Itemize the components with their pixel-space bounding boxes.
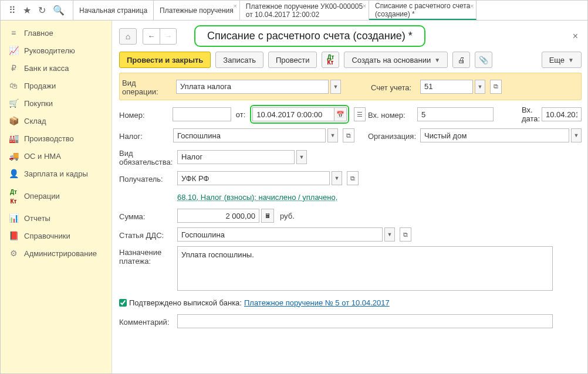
post-and-close-button[interactable]: Провести и закрыть xyxy=(119,52,211,68)
in-date-input[interactable] xyxy=(542,107,582,121)
sidebar-item-sales[interactable]: 🛍Продажи xyxy=(1,77,111,94)
dropdown-icon[interactable]: ▼ xyxy=(327,128,338,142)
dropdown-icon[interactable]: ▼ xyxy=(571,128,582,142)
close-page-button[interactable]: × xyxy=(569,31,582,42)
close-icon[interactable]: × xyxy=(470,2,474,9)
open-icon[interactable]: ⧉ xyxy=(343,128,354,142)
sidebar-item-admin[interactable]: ⚙Администрирование xyxy=(1,244,111,262)
open-icon[interactable]: ⧉ xyxy=(490,80,502,94)
tab-home[interactable]: Начальная страница xyxy=(73,1,154,20)
sidebar-item-production[interactable]: 🏭Производство xyxy=(1,130,111,147)
sidebar-item-bank[interactable]: ₽Банк и касса xyxy=(1,59,111,77)
ruble-icon: ₽ xyxy=(9,63,18,73)
in-number-input[interactable] xyxy=(417,107,494,121)
org-field[interactable]: Чистый дом xyxy=(420,128,569,142)
op-type-field[interactable]: Уплата налога xyxy=(176,80,329,94)
org-label: Организация: xyxy=(368,130,418,141)
sidebar-item-purchases[interactable]: 🛒Покупки xyxy=(1,94,111,112)
confirm-link[interactable]: Платежное поручение № 5 от 10.04.2017 xyxy=(244,298,390,307)
attach-button[interactable]: 📎 xyxy=(475,52,492,68)
bars-icon: 📊 xyxy=(9,213,18,223)
dtkt-button[interactable]: ДтКт xyxy=(322,52,339,68)
sidebar-item-reports[interactable]: 📊Отчеты xyxy=(1,209,111,227)
dropdown-icon[interactable]: ▼ xyxy=(475,80,485,94)
dds-label: Статья ДДС: xyxy=(119,229,175,240)
number-input[interactable] xyxy=(173,107,231,121)
sidebar-item-catalogs[interactable]: 📕Справочники xyxy=(1,227,111,244)
account-field[interactable]: 51 xyxy=(420,80,473,94)
box-icon: 📦 xyxy=(9,116,18,125)
sidebar-item-main[interactable]: ≡Главное xyxy=(1,24,111,42)
in-date-label: Вх. дата: xyxy=(522,106,539,123)
dropdown-icon[interactable]: ▼ xyxy=(384,227,395,242)
gear-icon: ⚙ xyxy=(9,249,18,258)
search-icon[interactable]: 🔍 xyxy=(53,5,65,16)
account-label: Счет учета: xyxy=(371,81,418,92)
person-icon: 👤 xyxy=(9,169,18,178)
calendar-icon[interactable]: 📅 xyxy=(334,107,347,121)
close-icon[interactable]: × xyxy=(363,2,366,9)
sidebar: ≡Главное 📈Руководителю ₽Банк и касса 🛍Пр… xyxy=(1,21,112,373)
dropdown-icon[interactable]: ▼ xyxy=(332,171,342,185)
recipient-label: Получатель: xyxy=(119,173,175,183)
date-field[interactable]: 10.04.2017 0:00:00 xyxy=(252,107,334,121)
forward-button[interactable]: → xyxy=(160,29,176,44)
page-title: Списание с расчетного счета (создание) * xyxy=(194,25,425,47)
sidebar-item-manager[interactable]: 📈Руководителю xyxy=(1,42,111,59)
chart-icon: 📈 xyxy=(9,46,18,55)
tab-writeoff[interactable]: Списание с расчетного счета (создание) *… xyxy=(369,1,477,20)
rub-label: руб. xyxy=(280,212,295,220)
apps-icon[interactable]: ⠿ xyxy=(9,5,16,16)
sidebar-item-warehouse[interactable]: 📦Склад xyxy=(1,112,111,130)
confirmed-checkbox[interactable]: Подтверждено выпиской банка: xyxy=(119,298,242,307)
from-label: от: xyxy=(236,110,246,119)
liab-type-label: Вид обязательства: xyxy=(119,147,175,166)
tax-label: Налог: xyxy=(119,130,171,141)
create-based-button[interactable]: Создать на основании▼ xyxy=(344,52,448,68)
post-button[interactable]: Провести xyxy=(268,52,317,68)
calculator-icon[interactable]: 🖩 xyxy=(261,209,274,223)
sidebar-item-assets[interactable]: 🚚ОС и НМА xyxy=(1,147,111,165)
home-button[interactable]: ⌂ xyxy=(119,28,137,45)
back-button[interactable]: ← xyxy=(143,29,160,44)
dtkt-icon: ДтКт xyxy=(9,186,18,205)
write-button[interactable]: Записать xyxy=(215,52,263,68)
menu-icon: ≡ xyxy=(9,28,18,38)
sidebar-item-operations[interactable]: ДтКтОперации xyxy=(1,182,111,209)
truck-icon: 🚚 xyxy=(9,151,18,161)
dds-field[interactable]: Госпошлина xyxy=(177,227,383,242)
purpose-label: Назначение платежа: xyxy=(119,246,175,266)
star-icon[interactable]: ★ xyxy=(23,5,31,16)
factory-icon: 🏭 xyxy=(9,134,18,143)
sidebar-item-hr[interactable]: 👤Зарплата и кадры xyxy=(1,165,111,182)
tab-payment-order[interactable]: Платежное поручение УК00-000005 от 10.04… xyxy=(240,1,369,20)
tax-account-link[interactable]: 68.10, Налог (взносы): начислено / уплач… xyxy=(177,193,337,202)
history-icon[interactable]: ↻ xyxy=(38,5,46,16)
liab-type-field[interactable]: Налог xyxy=(177,150,295,164)
sum-field[interactable]: 2 000,00 xyxy=(177,209,259,223)
list-icon[interactable]: ☰ xyxy=(354,107,366,121)
dropdown-icon[interactable]: ▼ xyxy=(330,80,341,94)
bag-icon: 🛍 xyxy=(9,81,18,90)
sum-label: Сумма: xyxy=(119,210,175,221)
close-icon[interactable]: × xyxy=(233,2,236,9)
op-type-label: Вид операции: xyxy=(122,77,174,96)
print-button[interactable]: 🖨 xyxy=(452,52,470,68)
recipient-field[interactable]: УФК РФ xyxy=(177,171,330,185)
open-icon[interactable]: ⧉ xyxy=(400,227,411,242)
more-button[interactable]: Еще▼ xyxy=(542,52,582,68)
in-number-label: Вх. номер: xyxy=(368,109,415,120)
open-icon[interactable]: ⧉ xyxy=(347,171,359,185)
number-label: Номер: xyxy=(119,109,170,120)
purpose-textarea[interactable]: Уплата госпошлины. xyxy=(177,246,553,291)
book-icon: 📕 xyxy=(9,231,18,240)
comment-input[interactable] xyxy=(177,314,553,328)
cart-icon: 🛒 xyxy=(9,98,18,108)
tax-field[interactable]: Госпошлина xyxy=(173,128,326,142)
dropdown-icon[interactable]: ▼ xyxy=(296,150,307,164)
comment-label: Комментарий: xyxy=(119,316,175,327)
tab-payments[interactable]: Платежные поручения × xyxy=(154,1,240,20)
